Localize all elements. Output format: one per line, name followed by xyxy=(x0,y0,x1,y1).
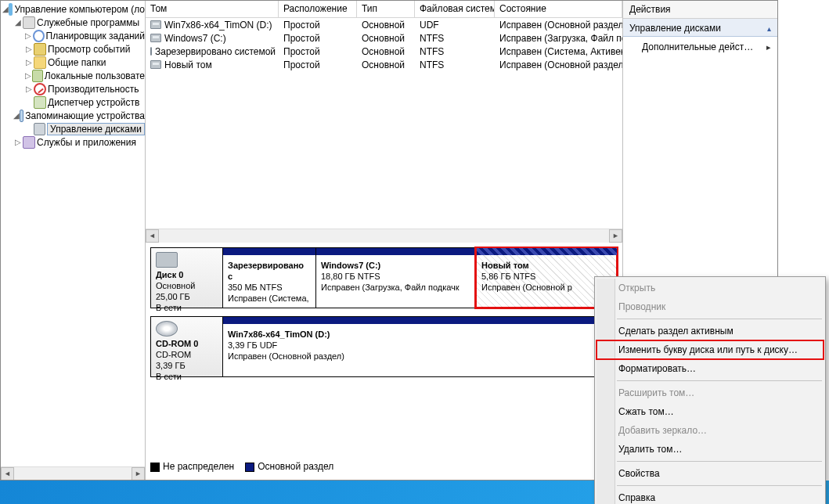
tree-root[interactable]: ◢ Управление компьютером (ло xyxy=(2,2,145,16)
scroll-left-button[interactable]: ◄ xyxy=(146,229,159,243)
volume-row[interactable]: Win7x86-x64_TimON (D:) Простой Основной … xyxy=(146,18,622,31)
column-volume[interactable]: Том xyxy=(146,1,279,17)
disk-0-row: Диск 0 Основной 25,00 ГБ В сети Зарезерв… xyxy=(150,247,618,308)
disk-graphical-view: Диск 0 Основной 25,00 ГБ В сети Зарезерв… xyxy=(146,243,622,480)
tree-horizontal-scrollbar[interactable]: ◄ ► xyxy=(1,466,145,480)
legend-unallocated-swatch xyxy=(150,463,160,472)
menu-help[interactable]: Справка xyxy=(597,488,824,504)
legend: Не распределен Основной раздел xyxy=(150,461,333,472)
tree-storage[interactable]: ◢ Запоминающие устройства xyxy=(2,109,145,122)
tree-system-tools[interactable]: ◢ Служебные программы xyxy=(2,16,145,29)
hard-disk-icon xyxy=(156,252,178,268)
actions-title: Действия xyxy=(623,1,777,19)
column-layout[interactable]: Расположение xyxy=(279,1,357,17)
tree-disk-management[interactable]: Управление дисками xyxy=(2,122,145,135)
actions-section-disk-mgmt[interactable]: Управление дисками ▴ xyxy=(623,19,777,37)
clock-icon xyxy=(33,30,45,42)
event-icon xyxy=(34,43,46,56)
scroll-right-button[interactable]: ► xyxy=(609,229,622,243)
tree-services-apps[interactable]: ▷ Службы и приложения xyxy=(2,135,145,149)
volume-list: Том Расположение Тип Файловая система Со… xyxy=(146,1,622,243)
scroll-left-button[interactable]: ◄ xyxy=(1,467,14,481)
users-icon xyxy=(32,70,43,82)
tree-local-users[interactable]: ▷ Локальные пользовате xyxy=(2,69,145,82)
performance-icon xyxy=(34,83,46,95)
tree-shared-folders[interactable]: ▷ Общие папки xyxy=(2,56,145,69)
scroll-right-button[interactable]: ► xyxy=(132,467,145,481)
volume-row[interactable]: Новый том Простой Основной NTFS Исправен… xyxy=(146,58,622,71)
menu-shrink[interactable]: Сжать том… xyxy=(597,402,824,421)
menu-properties[interactable]: Свойства xyxy=(597,464,824,483)
volume-icon xyxy=(150,47,152,56)
navigation-tree[interactable]: ◢ Управление компьютером (ло ◢ Служебные… xyxy=(1,1,146,480)
volume-row[interactable]: Windows7 (C:) Простой Основной NTFS Испр… xyxy=(146,31,622,45)
menu-delete[interactable]: Удалить том… xyxy=(597,440,824,459)
tools-icon xyxy=(23,16,35,29)
folder-icon xyxy=(34,56,46,69)
services-icon xyxy=(23,136,35,149)
column-filesystem[interactable]: Файловая система xyxy=(415,1,495,17)
partition-cdrom-d[interactable]: Win7x86-x64_TimON (D:) 3,39 ГБ UDF Испра… xyxy=(223,317,617,376)
cdrom-icon xyxy=(156,321,178,337)
menu-open[interactable]: Открыть xyxy=(597,279,824,297)
partition-system-reserved[interactable]: Зарезервировано с 350 МБ NTFS Исправен (… xyxy=(223,248,315,308)
device-icon xyxy=(34,96,46,109)
volume-icon xyxy=(150,34,161,42)
tree-task-scheduler[interactable]: ▷ Планировщик заданий xyxy=(2,29,145,42)
volume-row[interactable]: Зарезервировано системой Простой Основно… xyxy=(146,45,622,58)
chevron-right-icon: ▸ xyxy=(766,42,771,52)
tree-event-viewer[interactable]: ▷ Просмотр событий xyxy=(2,42,145,56)
volume-icon xyxy=(150,20,161,29)
volume-header: Том Расположение Тип Файловая система Со… xyxy=(146,1,622,18)
disk-0-label[interactable]: Диск 0 Основной 25,00 ГБ В сети xyxy=(151,248,223,308)
collapse-arrow-icon: ▴ xyxy=(767,24,771,33)
menu-add-mirror[interactable]: Добавить зеркало… xyxy=(597,421,824,440)
tree-performance[interactable]: ▷ Производительность xyxy=(2,82,145,95)
computer-icon xyxy=(9,3,13,16)
disk-icon xyxy=(34,123,46,135)
cdrom-0-label[interactable]: CD-ROM 0 CD-ROM 3,39 ГБ В сети xyxy=(151,317,223,376)
actions-more[interactable]: Дополнительные дейст… ▸ xyxy=(623,37,777,57)
menu-change-drive-letter[interactable]: Изменить букву диска или путь к диску… xyxy=(597,340,824,359)
menu-format[interactable]: Форматировать… xyxy=(597,359,824,378)
volume-horizontal-scrollbar[interactable]: ◄ ► xyxy=(146,229,622,242)
center-pane: Том Расположение Тип Файловая система Со… xyxy=(146,1,622,480)
menu-extend[interactable]: Расширить том… xyxy=(597,383,824,402)
tree-device-manager[interactable]: Диспетчер устройств xyxy=(2,95,145,109)
partition-windows7-c[interactable]: Windows7 (C:) 18,80 ГБ NTFS Исправен (За… xyxy=(315,248,476,308)
storage-icon xyxy=(20,110,23,122)
menu-make-active[interactable]: Сделать раздел активным xyxy=(597,322,824,340)
volume-icon xyxy=(150,60,161,69)
cdrom-0-row: CD-ROM 0 CD-ROM 3,39 ГБ В сети Win7x86-x… xyxy=(150,316,618,377)
partition-context-menu: Открыть Проводник Сделать раздел активны… xyxy=(594,276,826,504)
legend-primary-swatch xyxy=(245,463,254,472)
column-status[interactable]: Состояние xyxy=(495,1,622,17)
menu-explorer[interactable]: Проводник xyxy=(597,297,824,316)
column-type[interactable]: Тип xyxy=(357,1,415,17)
